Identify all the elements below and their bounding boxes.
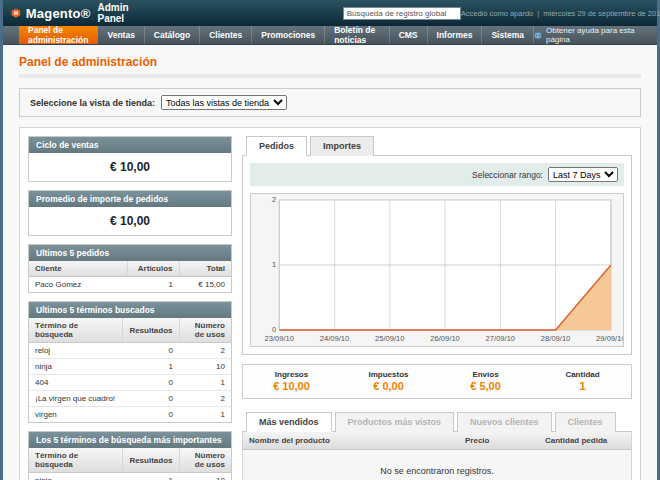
last-search-terms-table: Término de búsquedaResultadosNúmero de u… [29, 318, 231, 422]
nav-item-panel-de-administraci-n[interactable]: Panel de administración [19, 26, 98, 44]
nav-item-bolet-n-de-noticias[interactable]: Boletín de noticias [325, 26, 389, 44]
table-cell: 1 [123, 473, 179, 480]
main-navigation: Panel de administraciónVentasCatálogoCli… [3, 26, 657, 45]
table-cell: 10 [179, 359, 231, 375]
table-header-row: Término de búsquedaResultadosNúmero de u… [29, 448, 231, 473]
svg-text:26/09/10: 26/09/10 [430, 334, 459, 343]
logged-in-as: Accedió como apardo [461, 9, 534, 18]
range-select[interactable]: Last 7 Days [548, 167, 618, 182]
table-cell: 0 [123, 391, 179, 407]
totals-row: Ingresos€ 10,00Impuestos€ 0,00Envíos€ 5,… [242, 364, 632, 399]
column-header: Resultados [123, 448, 179, 473]
help-link[interactable]: Obtener ayuda para esta página [534, 26, 657, 44]
stat-env-os: Envíos€ 5,00 [437, 365, 534, 398]
tab-clientes[interactable]: Clientes [555, 412, 616, 432]
table-row: virgen01 [29, 407, 231, 423]
magento-admin-page: M Magento® Admin Panel Accedió como apar… [0, 0, 660, 480]
tab-nuevos-clientes[interactable]: Nuevos clientes [457, 412, 552, 432]
stat-value: € 5,00 [437, 380, 534, 392]
range-selector: Seleccionar rango: Last 7 Days [250, 163, 624, 186]
stat-value: 1 [534, 380, 631, 392]
table-cell: 0 [123, 407, 179, 423]
column-header: Artículos [127, 261, 179, 277]
store-view-switcher: Seleccione la vista de tienda: Todas las… [19, 88, 641, 117]
average-order-title: Promedio de importe de pedidos [29, 191, 231, 207]
magento-logo: M Magento® Admin Panel [11, 2, 135, 24]
column-header: Término de búsqueda [29, 318, 123, 343]
tab-importes[interactable]: Importes [310, 136, 374, 156]
range-label: Seleccionar rango: [472, 170, 543, 180]
average-order-box: Promedio de importe de pedidos € 10,00 [28, 190, 232, 236]
table-cell: 404 [29, 375, 123, 391]
table-cell: 1 [179, 375, 231, 391]
table-cell: 10 [179, 473, 231, 480]
header-user-info: Accedió como apardo | miércoles 29 de se… [461, 9, 660, 18]
tab-productos-m-s-vistos[interactable]: Productos más vistos [335, 412, 455, 432]
tab-m-s-vendidos[interactable]: Más vendidos [246, 412, 332, 432]
stat-cantidad: Cantidad1 [534, 365, 631, 398]
column-header: Cliente [29, 261, 127, 277]
bestsellers-table: Nombre del producto Precio Cantidad pedi… [243, 432, 631, 450]
stat-label: Ingresos [243, 370, 340, 379]
table-cell: 1 [127, 277, 179, 293]
magento-logo-icon: M [11, 5, 21, 21]
column-header: Total [179, 261, 231, 277]
table-header-row: Término de búsquedaResultadosNúmero de u… [29, 318, 231, 343]
table-cell: reloj [29, 343, 123, 359]
dashboard-left-column: Ciclo de ventas € 10,00 Promedio de impo… [28, 136, 232, 480]
stat-label: Envíos [437, 370, 534, 379]
nav-items: Panel de administraciónVentasCatálogoCli… [19, 26, 534, 44]
svg-text:25/09/10: 25/09/10 [375, 334, 404, 343]
table-cell: 1 [179, 407, 231, 423]
average-order-value: € 10,00 [29, 207, 231, 235]
dashboard-panel: Ciclo de ventas € 10,00 Promedio de impo… [19, 127, 641, 480]
sales-cycle-value: € 10,00 [29, 153, 231, 181]
tab-pedidos[interactable]: Pedidos [246, 136, 307, 156]
column-header-qty: Cantidad pedida [539, 432, 631, 450]
svg-text:27/09/10: 27/09/10 [486, 334, 515, 343]
table-cell: 0 [123, 343, 179, 359]
column-header: Término de búsqueda [29, 448, 123, 473]
svg-text:24/09/10: 24/09/10 [320, 334, 349, 343]
table-cell: virgen [29, 407, 123, 423]
svg-text:29/09/10: 29/09/10 [596, 334, 623, 343]
nav-item-informes[interactable]: Informes [428, 26, 483, 44]
column-header-product: Nombre del producto [243, 432, 459, 450]
stat-value: € 10,00 [243, 380, 340, 392]
top-search-terms-table: Término de búsquedaResultadosNúmero de u… [29, 448, 231, 480]
globe-help-icon [534, 31, 542, 40]
store-view-label: Seleccione la vista de tienda: [30, 98, 155, 108]
header: M Magento® Admin Panel Accedió como apar… [3, 0, 657, 26]
nav-item-cat-logo[interactable]: Catálogo [145, 26, 200, 44]
nav-item-clientes[interactable]: Clientes [200, 26, 252, 44]
bottom-tabs-section: Más vendidosProductos más vistosNuevos c… [242, 412, 632, 480]
table-header-row: ClienteArtículosTotal [29, 261, 231, 277]
last-orders-table: ClienteArtículosTotalPaco Gomez1€ 15,00 [29, 261, 231, 292]
orders-area-chart: 23/09/1024/09/1025/09/1026/09/1027/09/10… [251, 194, 623, 346]
logo-suffix: Admin Panel [97, 2, 134, 24]
last-orders-title: Ultimos 5 pedidos [29, 245, 231, 261]
nav-item-ventas[interactable]: Ventas [98, 26, 144, 44]
global-search-input[interactable] [343, 7, 461, 20]
svg-text:28/09/10: 28/09/10 [541, 334, 570, 343]
stat-ingresos: Ingresos€ 10,00 [243, 365, 340, 398]
table-cell: 2 [179, 343, 231, 359]
nav-item-sistema[interactable]: Sistema [482, 26, 534, 44]
table-row: ¡La virgen que cuadro!02 [29, 391, 231, 407]
nav-item-promociones[interactable]: Promociones [252, 26, 325, 44]
stat-impuestos: Impuestos€ 0,00 [340, 365, 437, 398]
page-title: Panel de administración [19, 55, 641, 78]
stat-value: € 0,00 [340, 380, 437, 392]
store-view-select[interactable]: Todas las vistas de tienda [161, 95, 287, 110]
stat-label: Cantidad [534, 370, 631, 379]
top-search-terms-title: Los 5 términos de búsqueda más important… [29, 432, 231, 448]
logo-text: Magento® [26, 6, 91, 21]
column-header: Número de usos [179, 448, 231, 473]
dashboard-right-column: PedidosImportes Seleccionar rango: Last … [242, 136, 632, 480]
svg-text:1: 1 [272, 261, 276, 270]
top-search-terms-box: Los 5 términos de búsqueda más important… [28, 431, 232, 480]
bestsellers-table-shell: Nombre del producto Precio Cantidad pedi… [242, 432, 632, 480]
nav-item-cms[interactable]: CMS [390, 26, 428, 44]
empty-records-message: No se encontraron registros. [243, 450, 631, 480]
table-cell: ¡La virgen que cuadro! [29, 391, 123, 407]
